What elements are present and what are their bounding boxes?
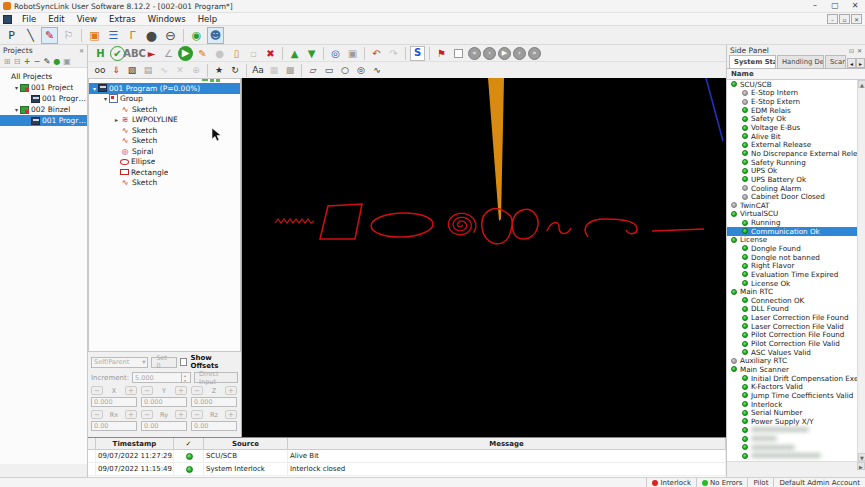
spiral-tool-icon[interactable]: ◎: [354, 63, 368, 77]
status-item[interactable]: Main Scanner: [727, 365, 865, 374]
status-item[interactable]: Initial Drift Compensation Executed: [727, 374, 865, 383]
close-icon[interactable]: ✕: [173, 63, 187, 77]
log-col-2[interactable]: Source: [204, 438, 288, 449]
status-item[interactable]: EDM Relais: [727, 106, 865, 115]
log-row[interactable]: 09/07/2022 11:15:49.446System InterlockI…: [88, 463, 726, 476]
redo-icon[interactable]: ↷: [386, 46, 401, 61]
float-panel-icon[interactable]: ▣: [62, 57, 72, 67]
status-item[interactable]: Jump Time Coefficients Valid: [727, 391, 865, 400]
plus-ry-button[interactable]: +: [175, 410, 187, 419]
tree-item[interactable]: ∿Sketch: [89, 125, 240, 136]
expander-icon[interactable]: ▸: [113, 116, 120, 123]
minus-ry-button[interactable]: −: [141, 410, 153, 419]
status-item[interactable]: [727, 426, 865, 435]
sketch-s-curve-shape[interactable]: [547, 222, 571, 233]
copy-icon[interactable]: ▫: [246, 46, 261, 61]
activate-icon[interactable]: ●: [52, 57, 62, 67]
status-item[interactable]: License: [727, 236, 865, 245]
plus-y-button[interactable]: +: [175, 386, 187, 395]
pilot-p-icon[interactable]: P: [3, 27, 20, 44]
vertical-scrollbar[interactable]: ▲ ▼: [857, 80, 865, 461]
close-panel-icon[interactable]: ✕: [857, 47, 862, 54]
status-item[interactable]: License Ok: [727, 279, 865, 288]
skew-tool-icon[interactable]: ▱: [306, 63, 320, 77]
record-icon[interactable]: ●: [143, 27, 160, 44]
tree-item[interactable]: ▾002 Binzel: [0, 104, 87, 115]
line-shape[interactable]: [652, 229, 704, 231]
minus-rz-button[interactable]: −: [191, 410, 203, 419]
tree-item[interactable]: ∿Sketch: [89, 136, 240, 147]
select-group-icon[interactable]: ▧: [125, 63, 139, 77]
minus-x-button[interactable]: −: [91, 386, 103, 395]
tree-item[interactable]: ∿Sketch: [89, 104, 240, 115]
menu-file[interactable]: File: [16, 14, 42, 24]
status-item[interactable]: Power Supply X/Y: [727, 417, 865, 426]
star-icon[interactable]: ★: [212, 63, 226, 77]
barcode-icon[interactable]: ▩: [283, 63, 297, 77]
playback-checkbox[interactable]: [454, 49, 463, 58]
flag-icon[interactable]: ⚑: [434, 46, 449, 61]
status-item[interactable]: ASC Values Valid: [727, 348, 865, 357]
frame-select[interactable]: Self/Parent▾: [91, 357, 148, 368]
expander-icon[interactable]: ▾: [91, 85, 98, 92]
menu-windows[interactable]: Windows: [142, 14, 192, 24]
tree-item[interactable]: Rectangle: [89, 167, 240, 178]
status-item[interactable]: TwinCAT: [727, 201, 865, 210]
direct-input-button[interactable]: Direct Input: [194, 372, 238, 383]
line-tool-icon[interactable]: ╲: [22, 27, 39, 44]
minus-y-button[interactable]: −: [141, 386, 153, 395]
log-col-0[interactable]: Timestamp: [96, 438, 174, 449]
pointer-icon[interactable]: ►: [144, 46, 159, 61]
view-icon[interactable]: oo: [93, 63, 107, 77]
ellipse-shape[interactable]: [371, 212, 434, 238]
tree-item[interactable]: ▾001 Project: [0, 82, 87, 93]
step-forward-icon[interactable]: ›: [513, 47, 526, 60]
y-value-field[interactable]: 0.000: [141, 397, 187, 407]
rect-tool-icon[interactable]: ▭: [322, 63, 336, 77]
minimize-icon[interactable]: –: [809, 1, 821, 10]
fast-forward-icon[interactable]: »: [528, 47, 541, 60]
status-item[interactable]: E-Stop Intern: [727, 89, 865, 98]
remove-project-icon[interactable]: −: [32, 57, 42, 67]
duplicate-icon[interactable]: ▤: [141, 63, 155, 77]
detect-icon[interactable]: ◎: [328, 46, 343, 61]
robot-arm-icon[interactable]: Γ: [124, 27, 141, 44]
plus-x-button[interactable]: +: [125, 386, 137, 395]
log-col-3[interactable]: Message: [288, 438, 726, 449]
save-icon[interactable]: H: [93, 46, 108, 61]
status-item[interactable]: [727, 452, 865, 461]
pilot-pen-icon[interactable]: ✎: [195, 46, 210, 61]
user-icon[interactable]: ☻: [207, 27, 224, 44]
expander-icon[interactable]: ▾: [13, 106, 20, 113]
show-offsets-checkbox[interactable]: [180, 358, 188, 366]
status-item[interactable]: Interlock: [727, 400, 865, 409]
script-icon[interactable]: S: [410, 46, 425, 61]
tab-scroll-left-icon[interactable]: ◂: [847, 58, 856, 68]
rewind-icon[interactable]: «: [468, 47, 481, 60]
status-item[interactable]: Serial Number: [727, 408, 865, 417]
undo-icon[interactable]: ↶: [369, 46, 384, 61]
tree-item[interactable]: ∿Sketch: [89, 178, 240, 189]
ellipse-tool-icon[interactable]: ○: [338, 63, 352, 77]
child-close-icon[interactable]: ✕: [851, 14, 862, 24]
status-item[interactable]: Safety Running: [727, 158, 865, 167]
idle-circle-icon[interactable]: ●: [212, 46, 227, 61]
tree-item[interactable]: ▸≋LWPOLYLINE: [89, 115, 240, 126]
tree-item[interactable]: 001 Program (P=...: [0, 115, 87, 126]
splitter-handle[interactable]: [202, 78, 220, 82]
tab-scan[interactable]: Scan: [825, 55, 846, 68]
tab-handling-device[interactable]: Handling Device: [777, 55, 824, 68]
drawing-canvas[interactable]: [242, 78, 726, 437]
database-icon[interactable]: ☰: [105, 27, 122, 44]
status-item[interactable]: Communication Ok: [727, 227, 865, 236]
status-item[interactable]: No Discrepance External Release: [727, 149, 865, 158]
tab-system-status[interactable]: System Status: [729, 55, 776, 68]
menu-help[interactable]: Help: [192, 14, 223, 24]
child-restore-icon[interactable]: ▫: [839, 14, 850, 24]
plus-rz-button[interactable]: +: [225, 410, 237, 419]
status-item[interactable]: Main RTC: [727, 287, 865, 296]
move-up-icon[interactable]: ▲: [287, 46, 302, 61]
plus-z-button[interactable]: +: [225, 386, 237, 395]
tree-item[interactable]: ◎Spiral: [89, 146, 240, 157]
status-item[interactable]: Evaluation Time Expired: [727, 270, 865, 279]
